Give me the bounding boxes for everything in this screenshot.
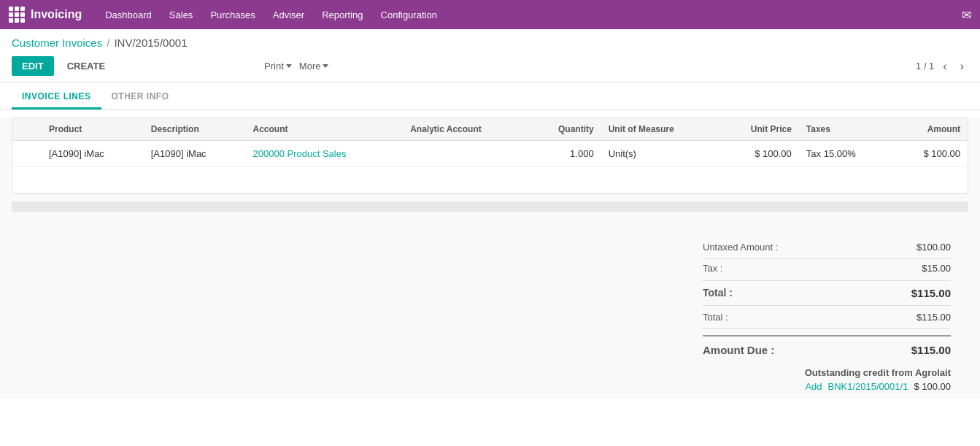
row-uom: Unit(s) (601, 141, 718, 167)
print-button[interactable]: Print (264, 61, 292, 72)
table-row[interactable]: [A1090] iMac [A1090] iMac 200000 Product… (12, 141, 968, 167)
tab-invoice-lines[interactable]: INVOICE LINES (12, 85, 101, 109)
untaxed-row: Untaxed Amount : $100.00 (703, 238, 951, 259)
envelope-icon[interactable]: ✉ (962, 8, 971, 22)
account-suffix: Product Sales (285, 148, 347, 159)
col-header-amount: Amount (892, 118, 968, 141)
amount-due-label: Amount Due : (703, 344, 774, 356)
tabs-bar: INVOICE LINES OTHER INFO (0, 85, 980, 110)
outstanding-row: Add BNK1/2015/0001/1 $ 100.00 (805, 381, 951, 392)
action-bar-right: 1 / 1 ‹ › (916, 58, 968, 74)
col-header-empty (12, 118, 42, 141)
untaxed-value: $100.00 (917, 242, 951, 253)
col-header-quantity: Quantity (528, 118, 601, 141)
total-value: $115.00 (911, 287, 951, 299)
row-taxes: Tax 15.00% (799, 141, 892, 167)
row-quantity: 1.000 (528, 141, 601, 167)
topbar-logo[interactable]: Invoicing (9, 7, 82, 23)
row-icon-cell (12, 141, 42, 167)
tab-other-info[interactable]: OTHER INFO (101, 85, 180, 109)
tax-row: Tax : $15.00 (703, 259, 951, 277)
col-header-analytic: Analytic Account (403, 118, 528, 141)
amount-due-value: $115.00 (911, 344, 951, 356)
nav-sales[interactable]: Sales (161, 0, 202, 29)
total2-value: $115.00 (917, 312, 951, 323)
invoice-table: Product Description Account Analytic Acc… (12, 118, 968, 193)
nav-dashboard[interactable]: Dashboard (96, 0, 161, 29)
row-product: [A1090] iMac (42, 141, 144, 167)
outstanding-title: Outstanding credit from Agrolait (805, 367, 951, 378)
row-account: 200000 Product Sales (246, 141, 404, 167)
main-content: Product Description Account Analytic Acc… (0, 118, 980, 399)
add-line-cell (12, 167, 968, 193)
next-button[interactable]: › (956, 58, 968, 74)
row-description: [A1090] iMac (144, 141, 246, 167)
topbar: Invoicing Dashboard Sales Purchases Advi… (0, 0, 980, 29)
invoice-table-wrap: Product Description Account Analytic Acc… (12, 118, 968, 194)
untaxed-label: Untaxed Amount : (703, 242, 778, 253)
outstanding-ref: BNK1/2015/0001/1 (828, 381, 908, 392)
nav-adviser[interactable]: Adviser (264, 0, 313, 29)
pagination-text: 1 / 1 (916, 61, 934, 72)
col-header-unit-price: Unit Price (718, 118, 799, 141)
action-bar-center: Print More (264, 61, 328, 72)
nav-reporting[interactable]: Reporting (313, 0, 371, 29)
total-label: Total : (703, 287, 733, 299)
top-nav: Dashboard Sales Purchases Adviser Report… (96, 0, 446, 29)
prev-button[interactable]: ‹ (938, 58, 951, 74)
breadcrumb: Customer Invoices / INV/2015/0001 (0, 29, 980, 53)
app-name: Invoicing (31, 8, 82, 21)
table-header-row: Product Description Account Analytic Acc… (12, 118, 968, 141)
action-bar: EDIT CREATE Print More 1 / 1 ‹ › (0, 53, 980, 82)
topbar-grid: Invoicing Dashboard Sales Purchases Advi… (9, 0, 971, 29)
tax-value: $15.00 (922, 263, 951, 274)
more-button[interactable]: More (299, 61, 329, 72)
total-row: Total : $115.00 (703, 280, 951, 306)
edit-button[interactable]: EDIT (12, 56, 54, 76)
totals-section: Untaxed Amount : $100.00 Tax : $15.00 To… (0, 226, 980, 360)
scroll-indicator[interactable] (12, 201, 968, 212)
breadcrumb-current: INV/2015/0001 (114, 36, 187, 49)
amount-due-row: Amount Due : $115.00 (703, 335, 951, 360)
create-button[interactable]: CREATE (60, 56, 112, 76)
more-dropdown-arrow (323, 64, 328, 68)
col-header-uom: Unit of Measure (601, 118, 718, 141)
col-header-taxes: Taxes (799, 118, 892, 141)
nav-configuration[interactable]: Configuration (372, 0, 446, 29)
totals-table: Untaxed Amount : $100.00 Tax : $15.00 To… (703, 238, 951, 360)
breadcrumb-parent[interactable]: Customer Invoices (12, 36, 102, 49)
add-line-row[interactable] (12, 167, 968, 193)
outstanding-amount: $ 100.00 (914, 381, 951, 392)
outstanding-add-link[interactable]: Add (805, 381, 822, 392)
tax-label: Tax : (703, 263, 722, 274)
print-dropdown-arrow (286, 64, 292, 68)
grid-icon (9, 7, 25, 23)
total2-row: Total : $115.00 (703, 306, 951, 329)
col-header-description: Description (144, 118, 246, 141)
topbar-right: ✉ (962, 8, 971, 22)
row-analytic (403, 141, 528, 167)
row-unit-price: $ 100.00 (718, 141, 799, 167)
breadcrumb-separator: / (107, 36, 109, 49)
account-prefix: 200000 (253, 148, 285, 159)
nav-purchases[interactable]: Purchases (201, 0, 263, 29)
col-header-product: Product (42, 118, 144, 141)
outstanding-section: Outstanding credit from Agrolait Add BNK… (0, 360, 980, 399)
total2-label: Total : (703, 312, 728, 323)
col-header-account: Account (246, 118, 404, 141)
row-amount: $ 100.00 (892, 141, 968, 167)
